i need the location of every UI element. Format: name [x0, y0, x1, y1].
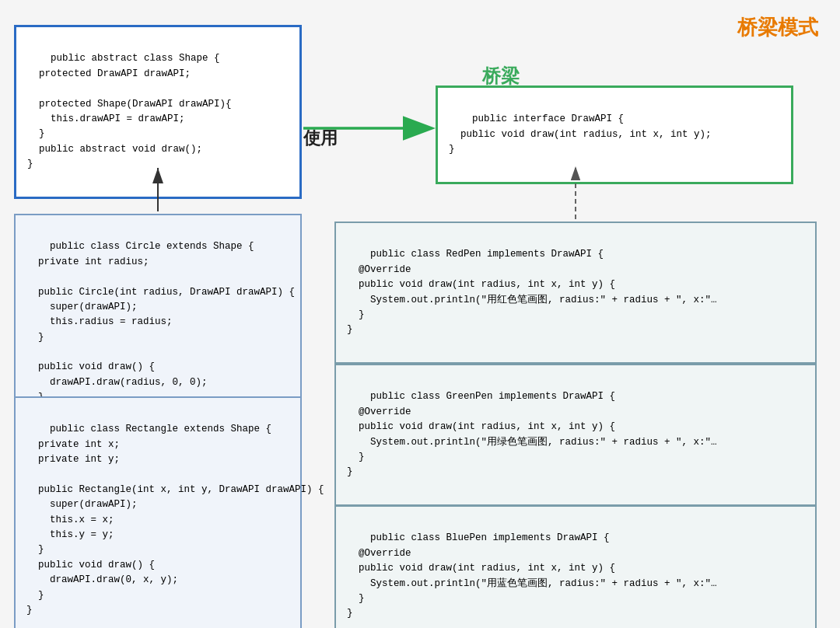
page-title: 桥梁模式 — [737, 14, 818, 41]
greenpen-class-box: public class GreenPen implements DrawAPI… — [334, 364, 817, 506]
rectangle-class-box: public class Rectangle extends Shape { p… — [14, 396, 302, 628]
drawapi-code: public interface DrawAPI { public void d… — [449, 113, 712, 155]
use-label: 使用 — [303, 127, 338, 150]
rectangle-code: public class Rectangle extends Shape { p… — [26, 424, 324, 616]
canvas: 桥梁模式 桥梁 使用 public abstract class Shape {… — [0, 0, 840, 628]
redpen-class-box: public class RedPen implements DrawAPI {… — [334, 222, 817, 364]
shape-class-box: public abstract class Shape { protected … — [14, 25, 302, 199]
shape-code: public abstract class Shape { protected … — [27, 53, 232, 169]
bluepen-code: public class BluePen implements DrawAPI … — [347, 532, 717, 619]
greenpen-code: public class GreenPen implements DrawAPI… — [347, 391, 717, 477]
bluepen-class-box: public class BluePen implements DrawAPI … — [334, 505, 817, 628]
redpen-code: public class RedPen implements DrawAPI {… — [347, 249, 717, 335]
circle-code: public class Circle extends Shape { priv… — [26, 241, 295, 417]
drawapi-interface-box: public interface DrawAPI { public void d… — [436, 85, 793, 184]
